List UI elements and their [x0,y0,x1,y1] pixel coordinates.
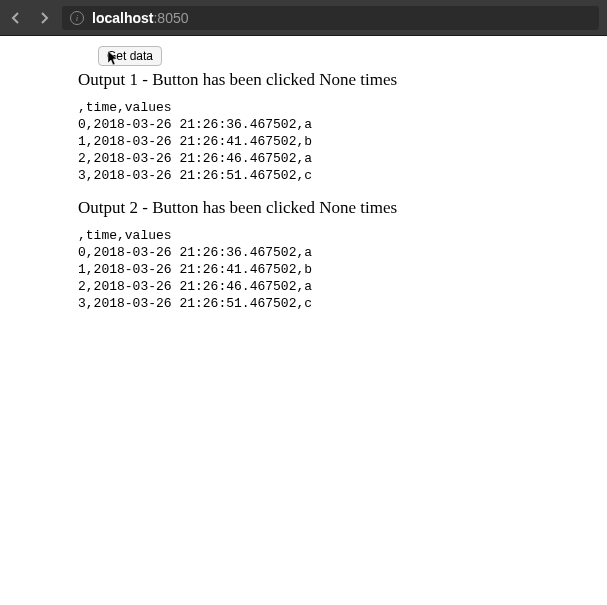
page-body: Get data Output 1 - Button has been clic… [0,36,607,337]
output-1-csv: ,time,values 0,2018-03-26 21:26:36.46750… [78,100,529,184]
nav-arrows [8,10,52,26]
url-text: localhost:8050 [92,10,189,26]
get-data-button[interactable]: Get data [98,46,162,66]
site-info-icon[interactable]: i [70,11,84,25]
url-port: :8050 [153,10,188,26]
address-bar[interactable]: i localhost:8050 [62,6,599,30]
url-host: localhost [92,10,153,26]
output-2-heading: Output 2 - Button has been clicked None … [78,198,529,218]
back-icon[interactable] [8,10,24,26]
forward-icon[interactable] [36,10,52,26]
output-2-csv: ,time,values 0,2018-03-26 21:26:36.46750… [78,228,529,312]
output-1-heading: Output 1 - Button has been clicked None … [78,70,529,90]
browser-toolbar: i localhost:8050 [0,0,607,35]
